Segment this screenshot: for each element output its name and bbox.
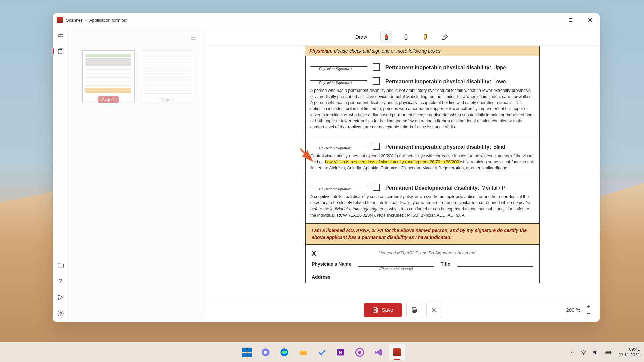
bottom-toolbar: Save 200 % + − — [208, 299, 598, 320]
svg-rect-15 — [374, 308, 377, 309]
svg-rect-11 — [385, 39, 387, 40]
svg-point-27 — [358, 351, 361, 354]
page-thumbnail-1[interactable]: Page 1 — [82, 50, 135, 103]
tray-chevron-icon[interactable] — [570, 350, 575, 355]
pages-icon[interactable] — [57, 48, 64, 55]
taskbar-vs-icon[interactable] — [370, 344, 386, 360]
maximize-button[interactable] — [561, 13, 580, 27]
taskbar-todo-icon[interactable] — [314, 344, 330, 360]
taskbar-onenote-icon[interactable]: N — [333, 344, 349, 360]
app-name: Scanner — [66, 18, 82, 23]
print-button[interactable] — [406, 302, 422, 318]
zoom-level: 200 % — [566, 307, 580, 313]
tray-clock[interactable]: 09:41 23.11.2021 — [618, 347, 640, 358]
svg-text:N: N — [339, 350, 342, 355]
address-row: Address — [305, 274, 540, 283]
svg-rect-1 — [569, 19, 572, 22]
checkbox-lower[interactable] — [373, 77, 380, 85]
svg-point-28 — [583, 354, 584, 355]
cancel-button[interactable] — [426, 302, 442, 318]
app-window: Scanner - Application form.pdf ? — [53, 13, 600, 322]
pdf-canvas[interactable]: Physician: please check and sign one or … — [208, 46, 598, 320]
list-view-icon[interactable] — [190, 34, 197, 41]
svg-rect-17 — [413, 307, 416, 309]
draw-toolbar: Draw — [208, 28, 598, 46]
taskbar-explorer-icon[interactable] — [295, 344, 311, 360]
scan-icon[interactable] — [57, 32, 64, 39]
pen-red-tool[interactable] — [380, 31, 392, 43]
signature-row: X Licensed MD, ARNP, and PA Signatures A… — [305, 245, 540, 259]
folder-icon[interactable] — [57, 261, 64, 269]
certify-box: I am a licensed MD, ARNP, or PA for the … — [305, 224, 540, 245]
thumbnail-preview — [82, 50, 135, 102]
pdf-page-content: Physician: please check and sign one or … — [305, 46, 540, 283]
page-thumbnail-2[interactable]: Page 2 — [141, 50, 194, 103]
settings-icon[interactable] — [57, 310, 64, 317]
svg-rect-23 — [300, 351, 307, 355]
svg-rect-30 — [605, 351, 610, 353]
svg-line-13 — [444, 36, 446, 38]
eraser-tool[interactable] — [439, 31, 451, 43]
minimize-button[interactable] — [541, 13, 561, 27]
app-icon — [57, 17, 63, 23]
zoom-out-button[interactable]: − — [585, 311, 592, 316]
send-icon[interactable] — [57, 294, 64, 301]
form-section-developmental: Physician Signature Permanent Developmen… — [305, 176, 540, 224]
start-button[interactable] — [239, 344, 255, 360]
svg-rect-31 — [611, 352, 612, 353]
checkbox-upper[interactable] — [373, 63, 380, 71]
dev-body: A cognitive intellectual disability such… — [310, 194, 534, 218]
svg-point-10 — [191, 39, 192, 40]
checkbox-developmental[interactable] — [373, 184, 380, 191]
thumbnail-preview — [141, 50, 194, 102]
blind-body: Central visual acuity does not exceed 20… — [310, 153, 534, 171]
svg-point-8 — [191, 36, 192, 36]
tray-volume-icon[interactable] — [593, 349, 599, 355]
highlighter-tool[interactable] — [419, 31, 431, 43]
svg-point-9 — [191, 37, 192, 38]
document-name: Application form.pdf — [89, 18, 128, 23]
title-field[interactable] — [457, 261, 533, 267]
svg-rect-16 — [374, 310, 377, 312]
highlighted-text: Low Vision is a severe loss of visual ac… — [325, 160, 460, 164]
signature-line[interactable]: Licensed MD, ARNP, and PA Signatures Acc… — [321, 250, 533, 256]
thumbnails-panel: Page 1 Page 2 — [71, 28, 205, 320]
left-rail: ? — [53, 27, 69, 322]
form-section-upper: Physician Signature Permanent inoperable… — [305, 56, 540, 135]
tray-battery-icon[interactable] — [605, 350, 612, 355]
svg-rect-12 — [405, 39, 407, 40]
zoom-in-button[interactable]: + — [585, 304, 592, 309]
tray-wifi-icon[interactable] — [581, 349, 587, 355]
taskbar-scanner-icon[interactable] — [389, 344, 405, 360]
form-section-blind: Physician Signature Permanent inoperable… — [305, 135, 540, 176]
titlebar[interactable]: Scanner - Application form.pdf — [53, 13, 600, 27]
draw-label: Draw — [355, 34, 367, 40]
thumbnail-label: Page 1 — [98, 96, 118, 103]
taskbar[interactable]: N 09:41 23.11.2021 — [0, 342, 644, 362]
taskbar-github-icon[interactable] — [352, 344, 368, 360]
taskbar-chat-icon[interactable] — [258, 344, 274, 360]
checkbox-blind[interactable] — [373, 143, 380, 150]
system-tray[interactable]: 09:41 23.11.2021 — [570, 347, 640, 358]
document-area: Draw Physician: please check and sign on… — [208, 28, 598, 320]
physician-name-row: Physician's Name (Please print clearly) … — [305, 259, 540, 274]
physician-name-field[interactable] — [358, 261, 434, 267]
close-button[interactable] — [580, 13, 600, 27]
pen-black-tool[interactable] — [400, 31, 412, 43]
form-header: Physician: please check and sign one or … — [305, 46, 540, 56]
titlebar-separator: - — [85, 18, 86, 23]
help-icon[interactable]: ? — [57, 278, 64, 285]
save-button[interactable]: Save — [364, 303, 402, 317]
taskbar-edge-icon[interactable] — [276, 344, 292, 360]
svg-point-4 — [60, 312, 62, 314]
